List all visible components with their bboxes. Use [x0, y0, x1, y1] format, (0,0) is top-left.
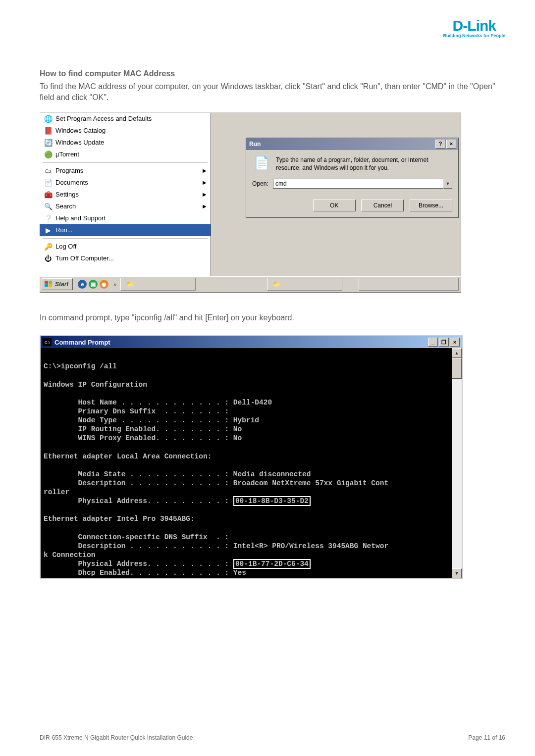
- menu-item-programs[interactable]: 🗂 Programs ▶: [40, 165, 211, 177]
- taskbar: Start e ▣ ◉ » 📁 📁: [40, 276, 461, 292]
- submenu-arrow-icon: ▶: [203, 168, 207, 173]
- documents-icon: 📄: [44, 178, 53, 187]
- desktop-area: Run ? × 📄 Type the name of a program, fo…: [211, 113, 461, 276]
- mac-address-highlight: 00-18-8B-D3-35-D2: [233, 496, 311, 506]
- section-title: How to find computer MAC Address: [40, 69, 505, 78]
- menu-separator: [43, 162, 208, 163]
- start-menu-screenshot: 🌐 Set Program Access and Defaults 📕 Wind…: [40, 112, 461, 293]
- maximize-button[interactable]: ❐: [439, 338, 449, 347]
- menu-item-search[interactable]: 🔍 Search ▶: [40, 201, 211, 212]
- folder-icon: 📁: [272, 280, 280, 288]
- ok-button[interactable]: OK: [313, 200, 356, 211]
- taskbar-item[interactable]: [359, 278, 459, 291]
- menu-label: Windows Update: [55, 139, 104, 146]
- menu-label: Help and Support: [55, 214, 106, 222]
- menu-label: Settings: [55, 191, 79, 198]
- svg-rect-2: [45, 284, 48, 287]
- command-prompt-screenshot: C:\ Command Prompt _ ❐ × C:\>ipconfig /a…: [40, 335, 463, 579]
- menu-label: µTorrent: [55, 151, 79, 158]
- settings-icon: 🧰: [44, 190, 53, 199]
- minimize-button[interactable]: _: [428, 338, 438, 347]
- update-icon: 🔄: [44, 138, 53, 147]
- taskbar-item[interactable]: 📁: [267, 278, 342, 291]
- app-icon: [364, 280, 372, 288]
- logoff-icon: 🔑: [44, 242, 53, 251]
- menu-item-windows-catalog[interactable]: 📕 Windows Catalog: [40, 125, 211, 137]
- menu-item-settings[interactable]: 🧰 Settings ▶: [40, 189, 211, 201]
- menu-label: Search: [55, 202, 76, 210]
- submenu-arrow-icon: ▶: [203, 180, 207, 185]
- menu-item-utorrent[interactable]: 🟢 µTorrent: [40, 149, 211, 160]
- browse-button[interactable]: Browse...: [410, 200, 452, 211]
- footer-left: DIR-655 Xtreme N Gigabit Router Quick In…: [40, 734, 193, 741]
- quick-launch: e ▣ ◉: [75, 280, 111, 289]
- svg-rect-0: [45, 281, 48, 284]
- logo-tagline: Building Networks for People: [443, 33, 505, 38]
- mid-paragraph: In command prompt, type "ipconfig /all" …: [40, 312, 505, 323]
- page-footer: DIR-655 Xtreme N Gigabit Router Quick In…: [40, 731, 505, 741]
- help-button[interactable]: ?: [435, 140, 445, 149]
- scrollbar[interactable]: ▲ ▼: [452, 348, 462, 578]
- programs-icon: 🗂: [44, 166, 53, 175]
- intro-paragraph: To find the MAC address of your computer…: [40, 81, 505, 103]
- start-label: Start: [55, 281, 68, 288]
- svg-rect-3: [49, 284, 52, 287]
- help-icon: ❔: [44, 214, 53, 223]
- menu-item-logoff[interactable]: 🔑 Log Off: [40, 241, 211, 252]
- open-input[interactable]: [273, 179, 443, 189]
- run-icon: ▶: [44, 226, 53, 235]
- footer-right: Page 11 of 16: [468, 734, 505, 741]
- folder-icon: 📁: [126, 280, 134, 288]
- run-title-text: Run: [249, 141, 261, 148]
- close-button[interactable]: ×: [450, 338, 460, 347]
- cmd-titlebar: C:\ Command Prompt _ ❐ ×: [41, 336, 462, 348]
- submenu-arrow-icon: ▶: [203, 192, 207, 197]
- menu-item-run[interactable]: ▶ Run...: [40, 224, 211, 236]
- run-titlebar: Run ? ×: [246, 138, 458, 150]
- close-button[interactable]: ×: [446, 140, 456, 149]
- desktop-icon[interactable]: ▣: [89, 280, 98, 289]
- menu-item-program-access[interactable]: 🌐 Set Program Access and Defaults: [40, 113, 211, 125]
- menu-separator: [43, 238, 208, 239]
- search-icon: 🔍: [44, 202, 53, 211]
- menu-label: Programs: [55, 167, 83, 174]
- utorrent-icon: 🟢: [44, 150, 53, 159]
- menu-label: Turn Off Computer...: [55, 254, 114, 262]
- windows-flag-icon: [44, 280, 53, 288]
- menu-item-shutdown[interactable]: ⏻ Turn Off Computer...: [40, 252, 211, 264]
- power-icon: ⏻: [44, 254, 53, 263]
- mac-address-highlight: 00-1B-77-2D-C6-34: [233, 559, 311, 569]
- run-dialog: Run ? × 📄 Type the name of a program, fo…: [246, 138, 459, 218]
- brand-logo: D-Link Building Networks for People: [443, 17, 505, 38]
- menu-label: Set Program Access and Defaults: [55, 115, 152, 122]
- scroll-thumb[interactable]: [452, 358, 462, 379]
- menu-label: Run...: [55, 226, 73, 234]
- cmd-icon: C:\: [43, 338, 52, 346]
- cancel-button[interactable]: Cancel: [361, 200, 404, 211]
- scroll-track[interactable]: [452, 358, 462, 568]
- start-menu: 🌐 Set Program Access and Defaults 📕 Wind…: [40, 113, 211, 276]
- open-label: Open:: [252, 180, 273, 187]
- menu-item-documents[interactable]: 📄 Documents ▶: [40, 177, 211, 189]
- run-description: Type the name of a program, folder, docu…: [276, 156, 452, 172]
- catalog-icon: 📕: [44, 126, 53, 135]
- chevron-icon[interactable]: »: [111, 281, 118, 287]
- submenu-arrow-icon: ▶: [203, 203, 207, 209]
- app-icon[interactable]: ◉: [100, 280, 108, 289]
- svg-rect-1: [49, 281, 52, 284]
- menu-item-help[interactable]: ❔ Help and Support: [40, 212, 211, 224]
- start-button[interactable]: Start: [42, 278, 73, 290]
- taskbar-item[interactable]: 📁: [120, 278, 196, 291]
- dropdown-arrow-icon[interactable]: ▼: [443, 179, 452, 189]
- cmd-output: C:\>ipconfig /all Windows IP Configurati…: [41, 348, 452, 578]
- run-dialog-icon: 📄: [252, 156, 271, 171]
- menu-label: Log Off: [55, 243, 76, 250]
- scroll-up-icon[interactable]: ▲: [452, 348, 462, 358]
- cmd-title-text: Command Prompt: [54, 339, 110, 346]
- logo-text: D-Link: [443, 17, 505, 34]
- menu-item-windows-update[interactable]: 🔄 Windows Update: [40, 137, 211, 149]
- ie-icon[interactable]: e: [78, 280, 87, 289]
- scroll-down-icon[interactable]: ▼: [452, 568, 462, 578]
- globe-icon: 🌐: [44, 114, 53, 123]
- menu-label: Windows Catalog: [55, 127, 106, 134]
